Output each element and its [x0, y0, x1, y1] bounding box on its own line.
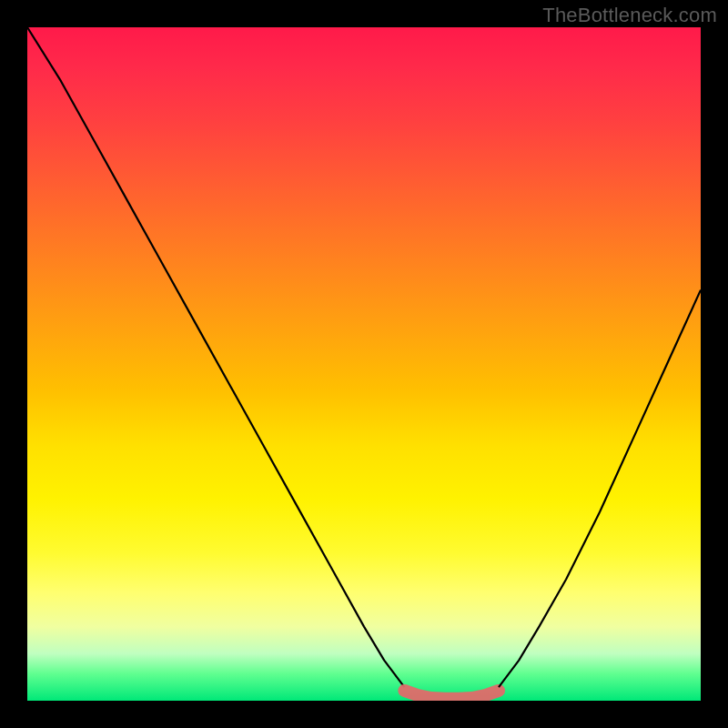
watermark-text: TheBottleneck.com	[542, 4, 717, 27]
series-bottleneck-floor-highlight	[404, 691, 499, 699]
chart-plot-area	[27, 27, 701, 701]
chart-svg	[27, 27, 701, 701]
series-bottleneck-left	[27, 27, 404, 687]
series-bottleneck-right	[499, 290, 701, 688]
